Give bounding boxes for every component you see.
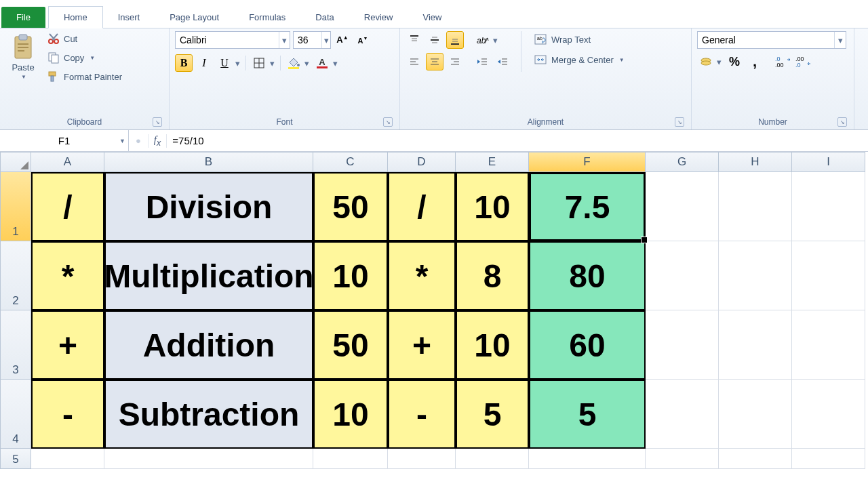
cancel-formula-icon[interactable]: ● (136, 136, 141, 146)
tab-page-layout[interactable]: Page Layout (155, 7, 234, 28)
tab-formulas[interactable]: Formulas (234, 7, 300, 28)
row-header-3[interactable]: 3 (0, 310, 31, 380)
cell-H2[interactable] (719, 241, 792, 310)
underline-button[interactable]: U (216, 54, 233, 72)
tab-home[interactable]: Home (48, 6, 103, 28)
align-top-button[interactable] (406, 31, 423, 49)
font-size-combo[interactable]: ▾ (293, 31, 331, 49)
cell-E5[interactable] (456, 449, 529, 469)
cell-E2[interactable]: 8 (456, 241, 529, 310)
cell-H3[interactable] (719, 310, 792, 380)
chevron-down-icon[interactable]: ▾ (302, 54, 311, 72)
col-header-A[interactable]: A (31, 152, 104, 172)
font-name-input[interactable] (176, 35, 279, 45)
cell-C5[interactable] (313, 449, 388, 469)
cell-B2[interactable]: Multiplication (104, 241, 313, 310)
cell-D2[interactable]: * (388, 241, 456, 310)
number-format-combo[interactable]: ▾ (697, 31, 846, 49)
select-all-corner[interactable] (0, 152, 31, 172)
align-right-button[interactable] (446, 53, 464, 70)
dialog-launcher-icon[interactable]: ↘ (383, 117, 393, 127)
cell-F5[interactable] (529, 449, 646, 469)
merge-center-button[interactable]: Merge & Center ▼ (531, 52, 627, 68)
chevron-down-icon[interactable]: ▼ (619, 57, 625, 63)
increase-indent-button[interactable] (494, 53, 511, 70)
cell-G5[interactable] (646, 449, 719, 469)
cell-G2[interactable] (646, 241, 719, 310)
cell-B1[interactable]: Division (104, 172, 313, 241)
borders-button[interactable] (250, 54, 268, 72)
cell-G1[interactable] (646, 172, 719, 241)
cell-D1[interactable]: / (388, 172, 456, 241)
cut-button[interactable]: Cut (45, 31, 125, 46)
cell-C3[interactable]: 50 (313, 310, 388, 380)
align-center-button[interactable] (426, 53, 443, 70)
cell-I3[interactable] (792, 310, 865, 380)
tab-review[interactable]: Review (349, 7, 408, 28)
cell-F2[interactable]: 80 (529, 241, 646, 310)
dialog-launcher-icon[interactable]: ↘ (837, 117, 847, 127)
cell-F4[interactable]: 5 (529, 380, 646, 449)
cell-B5[interactable] (104, 449, 313, 469)
comma-button[interactable]: , (746, 53, 764, 70)
col-header-H[interactable]: H (719, 152, 792, 172)
format-painter-button[interactable]: Format Painter (45, 69, 125, 84)
paste-button[interactable]: Paste ▼ (5, 31, 41, 83)
cell-F3[interactable]: 60 (529, 310, 646, 380)
col-header-B[interactable]: B (104, 152, 313, 172)
align-left-button[interactable] (406, 53, 423, 70)
cell-D4[interactable]: - (388, 380, 456, 449)
font-color-button[interactable]: A (313, 54, 331, 72)
cell-A1[interactable]: / (31, 172, 104, 241)
cell-I2[interactable] (792, 241, 865, 310)
row-header-4[interactable]: 4 (0, 380, 31, 449)
copy-button[interactable]: Copy ▼ (45, 50, 125, 65)
increase-decimal-button[interactable]: .0.00 (774, 53, 792, 70)
name-box-input[interactable] (0, 135, 128, 146)
dialog-launcher-icon[interactable]: ↘ (675, 117, 684, 127)
chevron-down-icon[interactable]: ▾ (233, 54, 241, 72)
cell-I4[interactable] (792, 380, 865, 449)
font-size-input[interactable] (294, 35, 321, 45)
fx-icon[interactable]: fx (148, 134, 167, 148)
fill-color-button[interactable] (285, 54, 302, 72)
tab-data[interactable]: Data (300, 7, 349, 28)
decrease-indent-button[interactable] (473, 53, 491, 70)
align-middle-button[interactable] (426, 31, 443, 49)
percent-button[interactable]: % (726, 53, 743, 70)
cell-E1[interactable]: 10 (456, 172, 529, 241)
row-header-5[interactable]: 5 (0, 449, 31, 469)
cell-I1[interactable] (792, 172, 865, 241)
cell-C4[interactable]: 10 (313, 380, 388, 449)
cell-D3[interactable]: + (388, 310, 456, 380)
cell-A5[interactable] (31, 449, 104, 469)
col-header-E[interactable]: E (456, 152, 529, 172)
chevron-down-icon[interactable]: ▾ (279, 32, 290, 48)
col-header-F[interactable]: F (529, 152, 646, 172)
font-name-combo[interactable]: ▾ (175, 31, 290, 49)
formula-input[interactable] (167, 135, 868, 146)
chevron-down-icon[interactable]: ▾ (715, 53, 723, 70)
cell-I5[interactable] (792, 449, 865, 469)
chevron-down-icon[interactable]: ▾ (268, 54, 276, 72)
number-format-input[interactable] (698, 35, 834, 45)
cell-A2[interactable]: * (31, 241, 104, 310)
cell-H1[interactable] (719, 172, 792, 241)
cell-E3[interactable]: 10 (456, 310, 529, 380)
cell-C2[interactable]: 10 (313, 241, 388, 310)
chevron-down-icon[interactable]: ▾ (834, 32, 846, 48)
chevron-down-icon[interactable]: ▾ (491, 31, 499, 49)
row-header-2[interactable]: 2 (0, 241, 31, 310)
dialog-launcher-icon[interactable]: ↘ (153, 117, 162, 127)
cell-B3[interactable]: Addition (104, 310, 313, 380)
increase-font-button[interactable]: A▲ (334, 31, 351, 49)
italic-button[interactable]: I (195, 54, 213, 72)
tab-file[interactable]: File (1, 7, 45, 28)
name-box[interactable]: ▼ (0, 130, 129, 151)
chevron-down-icon[interactable]: ▾ (321, 32, 330, 48)
cell-B4[interactable]: Subtraction (104, 380, 313, 449)
chevron-down-icon[interactable]: ▼ (119, 138, 125, 144)
cell-G4[interactable] (646, 380, 719, 449)
align-bottom-button[interactable] (446, 31, 464, 49)
wrap-text-button[interactable]: ab Wrap Text (531, 31, 627, 47)
